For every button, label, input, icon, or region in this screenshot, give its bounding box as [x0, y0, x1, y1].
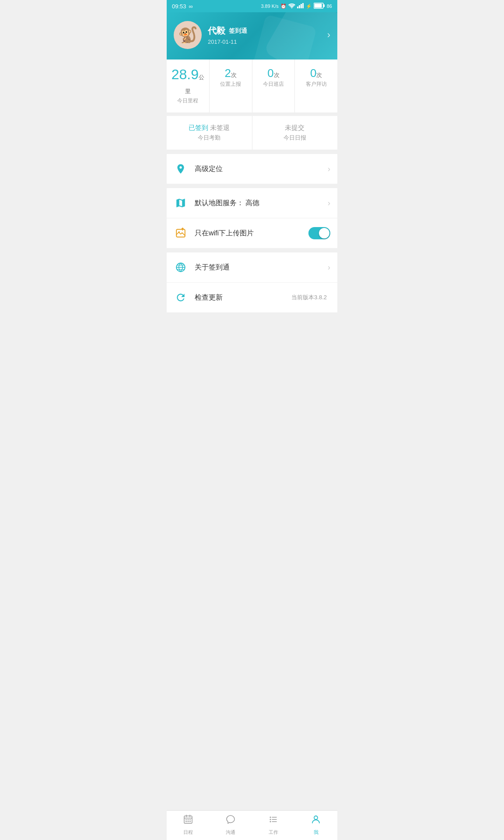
profile-date: 2017-01-11: [208, 38, 247, 45]
menu-section-1: 高级定位 ›: [167, 154, 337, 184]
status-loop-icon: ∞: [189, 3, 193, 10]
image-icon: [174, 226, 188, 240]
menu-about-text: 关于签到通: [195, 263, 328, 272]
status-signal-icon: [297, 3, 304, 9]
stats-section: 28.9公里 今日里程 2次 位置上报 0次 今日巡店 0次 客户拜访: [167, 60, 337, 112]
menu-item-check-update[interactable]: 检查更新 当前版本3.8.2: [167, 283, 337, 312]
report-status: 未提交: [285, 124, 304, 131]
profile-chevron-icon[interactable]: ›: [327, 29, 330, 41]
menu-item-advanced-location[interactable]: 高级定位 ›: [167, 154, 337, 184]
attendance-report-label: 今日日报: [256, 134, 334, 142]
section-divider-3: [167, 248, 337, 252]
stat-mileage: 28.9公里 今日里程: [167, 60, 210, 112]
profile-name: 代毅: [208, 25, 225, 37]
battery-level: 86: [327, 4, 332, 9]
status-battery: [314, 3, 325, 10]
svg-rect-1: [297, 7, 298, 8]
refresh-icon: [174, 290, 188, 304]
status-wifi-icon: [288, 3, 295, 9]
menu-item-about[interactable]: 关于签到通 ›: [167, 252, 337, 283]
profile-banner[interactable]: 🐒 代毅 签到通 2017-01-11 ›: [167, 12, 337, 60]
stat-mileage-value: 28.9: [172, 66, 199, 82]
stat-location-label: 位置上报: [213, 80, 248, 88]
avatar: 🐒: [174, 21, 202, 49]
stat-patrol-value: 0: [267, 66, 273, 80]
stat-visit-unit: 次: [316, 72, 322, 78]
menu-section-2: 默认地图服务： 高德 › 只在wifi下上传图片: [167, 188, 337, 248]
section-divider-2: [167, 184, 337, 188]
stat-visit-label: 客户拜访: [298, 80, 334, 88]
status-bar: 09:53 ∞ 3.89 K/s ⏰ ⚡: [167, 0, 337, 12]
status-lightning-icon: ⚡: [306, 4, 312, 9]
stat-location: 2次 位置上报: [210, 60, 252, 112]
map-icon: [174, 196, 188, 210]
section-divider-1: [167, 150, 337, 154]
attendance-checkin-label: 今日考勤: [170, 134, 248, 142]
svg-point-0: [291, 7, 292, 8]
location-icon: [174, 162, 188, 176]
wifi-toggle-container[interactable]: [308, 227, 330, 239]
checkout-status: 未签退: [210, 124, 230, 131]
attendance-report[interactable]: 未提交 今日日报: [252, 116, 338, 150]
wifi-upload-toggle[interactable]: [308, 227, 330, 239]
stat-mileage-label: 今日里程: [170, 97, 206, 105]
stat-patrol-label: 今日巡店: [256, 80, 291, 88]
status-time: 09:53: [172, 3, 186, 10]
attendance-checkin[interactable]: 已签到 未签退 今日考勤: [167, 116, 252, 150]
attendance-section: 已签到 未签退 今日考勤 未提交 今日日报: [167, 116, 337, 150]
status-speed: 3.89 K/s: [261, 4, 278, 9]
menu-advanced-location-text: 高级定位: [195, 164, 328, 174]
menu-map-service-chevron: ›: [328, 199, 330, 208]
menu-section-3: 关于签到通 › 检查更新 当前版本3.8.2: [167, 252, 337, 312]
menu-wifi-upload-text: 只在wifi下上传图片: [195, 229, 308, 238]
profile-app-name: 签到通: [229, 27, 247, 35]
menu-check-update-text: 检查更新: [195, 293, 291, 302]
checkin-status: 已签到: [189, 124, 208, 131]
menu-item-wifi-upload[interactable]: 只在wifi下上传图片: [167, 218, 337, 248]
stat-location-value: 2: [224, 66, 231, 80]
stat-patrol: 0次 今日巡店: [252, 60, 295, 112]
menu-map-service-text: 默认地图服务： 高德: [195, 199, 328, 208]
stat-patrol-unit: 次: [274, 72, 280, 78]
svg-rect-2: [299, 5, 300, 8]
globe-icon: [174, 260, 188, 274]
stat-visit-value: 0: [310, 66, 316, 80]
menu-about-chevron: ›: [328, 263, 330, 272]
svg-rect-7: [314, 4, 322, 8]
status-clock-icon: ⏰: [280, 4, 287, 9]
svg-rect-3: [301, 4, 302, 8]
svg-rect-6: [323, 4, 325, 7]
stat-location-unit: 次: [231, 72, 237, 78]
menu-item-map-service[interactable]: 默认地图服务： 高德 ›: [167, 188, 337, 218]
svg-rect-4: [302, 3, 304, 8]
menu-check-update-version: 当前版本3.8.2: [291, 294, 327, 301]
menu-advanced-location-chevron: ›: [328, 164, 330, 174]
stat-visit: 0次 客户拜访: [295, 60, 337, 112]
